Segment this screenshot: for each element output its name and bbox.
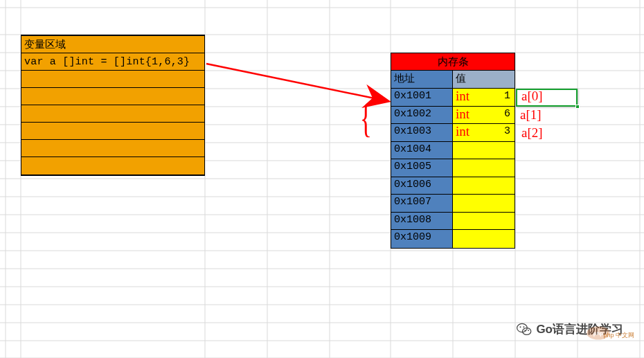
variable-area-empty-row	[21, 71, 204, 88]
memory-val	[453, 142, 515, 159]
memory-val	[453, 159, 515, 177]
variable-area-empty-row	[21, 157, 204, 174]
variable-area-empty-row	[21, 88, 204, 105]
type-overlay: int	[456, 107, 469, 122]
brace-icon: {	[360, 97, 372, 138]
memory-addr: 0x1008	[391, 213, 453, 230]
memory-addr: 0x1007	[391, 195, 453, 212]
selection-handle[interactable]	[575, 105, 580, 109]
memory-row: 0x1007	[391, 195, 515, 213]
memory-addr: 0x1009	[391, 230, 453, 248]
memory-val: int 1	[453, 89, 515, 106]
memory-val	[453, 195, 515, 212]
memory-val: int 3	[453, 124, 515, 141]
memory-title: 内存条	[391, 53, 515, 71]
wechat-icon	[517, 322, 532, 337]
memory-addr: 0x1006	[391, 177, 453, 195]
memory-addr: 0x1001	[391, 89, 453, 106]
memory-val	[453, 230, 515, 248]
svg-point-35	[525, 330, 526, 331]
type-overlay: int	[456, 124, 469, 139]
svg-text:php: php	[593, 330, 604, 337]
watermark-text: php 中文网	[603, 331, 634, 340]
memory-header-addr: 地址	[391, 71, 453, 88]
memory-header-row: 地址 值	[391, 71, 515, 89]
memory-row: 0x1005	[391, 159, 515, 177]
svg-point-33	[520, 326, 521, 328]
memory-val	[453, 213, 515, 230]
memory-addr: 0x1005	[391, 159, 453, 177]
memory-row: 0x1006	[391, 177, 515, 195]
svg-point-34	[524, 326, 525, 328]
memory-header-val: 值	[453, 71, 515, 88]
memory-val-text: 6	[504, 108, 510, 120]
memory-row: 0x1009	[391, 230, 515, 248]
memory-val: int 6	[453, 107, 515, 124]
memory-addr: 0x1003	[391, 124, 453, 141]
type-overlay: int	[456, 89, 469, 104]
memory-addr: 0x1004	[391, 142, 453, 159]
memory-addr: 0x1002	[391, 107, 453, 124]
memory-row: 0x1004	[391, 142, 515, 160]
variable-area-empty-row	[21, 105, 204, 123]
memory-val-text: 3	[504, 125, 510, 137]
memory-row: 0x1003 int 3	[391, 124, 515, 142]
memory-row: 0x1001 int 1	[391, 89, 515, 107]
svg-point-36	[528, 330, 530, 331]
index-label-a0: a[0]	[521, 89, 543, 104]
variable-area-title: 变量区域	[21, 36, 204, 53]
memory-val-text: 1	[504, 90, 510, 102]
variable-area-empty-row	[21, 123, 204, 140]
variable-area-code: var a []int = []int{1,6,3}	[21, 53, 204, 71]
memory-row: 0x1008	[391, 213, 515, 231]
memory-row: 0x1002 int 6	[391, 107, 515, 125]
variable-area-box: 变量区域 var a []int = []int{1,6,3}	[21, 35, 205, 176]
index-label-a2: a[2]	[521, 125, 543, 141]
memory-val	[453, 177, 515, 195]
variable-area-empty-row	[21, 140, 204, 157]
memory-table: 内存条 地址 值 0x1001 int 1 0x1002 int 6 0x100…	[391, 53, 515, 249]
index-label-a1: a[1]	[520, 107, 542, 123]
